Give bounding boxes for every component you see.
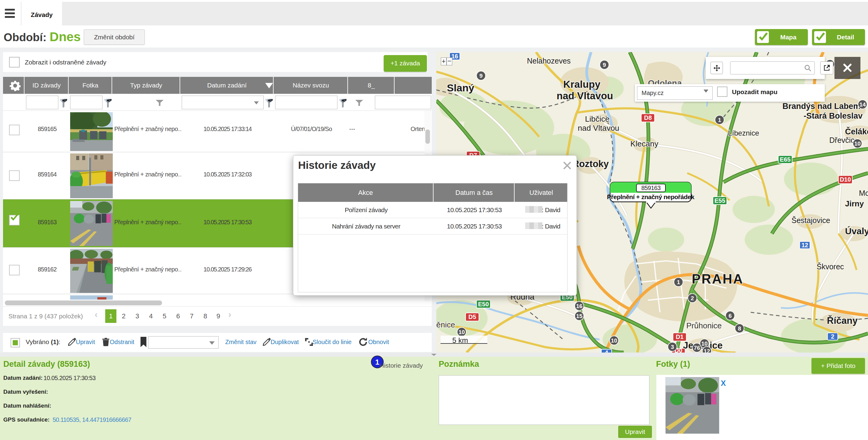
- svg-text:Líbeznice: Líbeznice: [728, 129, 759, 137]
- svg-text:Čelákovic: Čelákovic: [845, 127, 868, 136]
- svg-text:Libčice: Libčice: [585, 114, 610, 123]
- svg-text:859163: 859163: [641, 184, 660, 191]
- svg-text:ěnice: ěnice: [436, 320, 455, 329]
- svg-text:1: 1: [677, 279, 680, 285]
- svg-text:Jirny: Jirny: [845, 199, 864, 208]
- svg-text:Klecany: Klecany: [630, 139, 658, 148]
- svg-text:E55: E55: [714, 197, 725, 204]
- svg-text:9: 9: [479, 72, 483, 79]
- svg-text:14: 14: [859, 101, 866, 108]
- svg-text:Průhonice: Průhonice: [686, 321, 722, 330]
- svg-text:Škvorec: Škvorec: [816, 262, 844, 271]
- svg-text:4: 4: [604, 349, 608, 353]
- svg-text:10: 10: [854, 140, 861, 147]
- svg-text:nad Vltavou: nad Vltavou: [557, 90, 613, 101]
- svg-text:3: 3: [671, 344, 674, 350]
- svg-text:10: 10: [701, 341, 708, 347]
- svg-text:10: 10: [458, 329, 465, 335]
- svg-text:1: 1: [718, 117, 721, 123]
- svg-text:E50: E50: [478, 301, 489, 307]
- svg-text:2: 2: [691, 295, 694, 301]
- svg-text:Nelahozeves: Nelahozeves: [527, 57, 571, 65]
- svg-text:nad Vltavou: nad Vltavou: [578, 123, 619, 133]
- svg-text:15: 15: [576, 313, 583, 319]
- svg-text:76: 76: [693, 345, 700, 351]
- svg-text:PRAHA: PRAHA: [692, 271, 743, 286]
- svg-text:-Stará Boleslav: -Stará Boleslav: [804, 111, 863, 120]
- svg-text:D8: D8: [644, 114, 652, 121]
- svg-text:Šestajovice: Šestajovice: [792, 216, 830, 225]
- svg-text:Roztoky: Roztoky: [572, 158, 609, 169]
- svg-text:2: 2: [831, 333, 834, 340]
- svg-text:10: 10: [611, 338, 617, 344]
- svg-text:Úvaly: Úvaly: [845, 226, 868, 236]
- svg-text:9: 9: [603, 62, 606, 68]
- svg-text:6: 6: [728, 313, 732, 319]
- svg-text:Přeplnění + značný nepořádek: Přeplnění + značný nepořádek: [607, 194, 695, 200]
- svg-text:16: 16: [452, 53, 458, 60]
- svg-text:Brandýs nad Labem-: Brandýs nad Labem-: [782, 102, 863, 111]
- svg-text:Slaný: Slaný: [447, 82, 474, 93]
- svg-text:12: 12: [704, 348, 710, 353]
- svg-text:Kralupy: Kralupy: [563, 79, 601, 90]
- svg-text:Říčany: Říčany: [827, 315, 858, 326]
- svg-text:D10: D10: [840, 176, 851, 183]
- svg-text:16: 16: [576, 303, 582, 309]
- svg-text:D5: D5: [468, 314, 476, 320]
- svg-text:12: 12: [802, 242, 808, 248]
- svg-text:8: 8: [738, 325, 741, 332]
- svg-text:E65: E65: [780, 156, 790, 163]
- svg-text:D1: D1: [676, 333, 684, 340]
- svg-text:Moch: Moch: [859, 189, 868, 197]
